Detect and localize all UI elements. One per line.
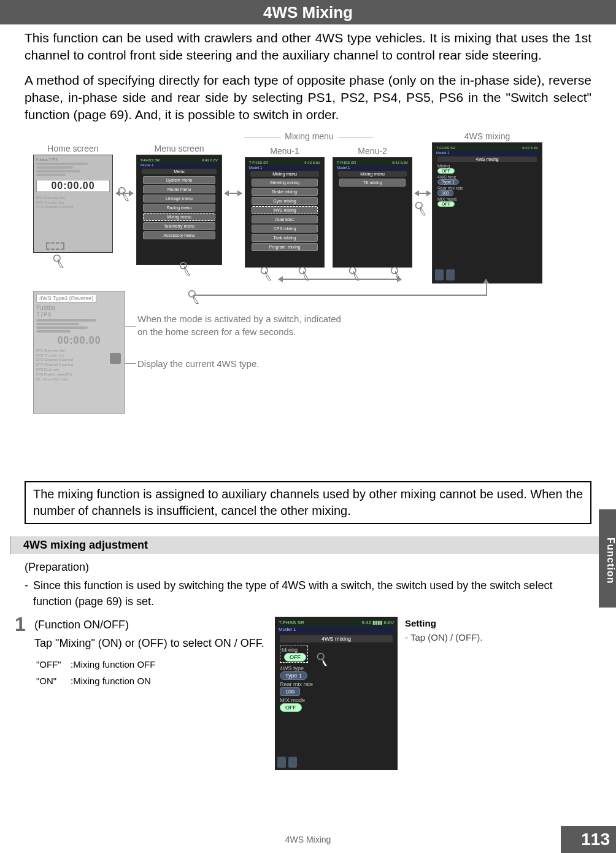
svg-point-4 (299, 267, 306, 274)
wheels-icon (288, 757, 297, 768)
4ws-type-value[interactable]: Type 1 (437, 179, 459, 185)
mix-mode-toggle[interactable]: OFF (437, 201, 455, 207)
wheels-icon (435, 269, 444, 280)
mix-item-4ws[interactable]: 4WS mixing (252, 206, 318, 214)
tap-pointer-icon (178, 260, 195, 277)
mixing-toggle[interactable]: OFF (284, 653, 306, 662)
mixing-menu-group-label: Mixing menu (217, 131, 401, 141)
indicator-caption: When the mode is activated by a switch, … (137, 312, 555, 338)
mix-item-brake[interactable]: Brake mixing (252, 188, 318, 196)
page-number: 113 (581, 830, 610, 849)
intro-block: This function can be used with crawlers … (0, 29, 616, 124)
svg-point-3 (261, 267, 268, 274)
svg-point-5 (350, 267, 356, 274)
mix-item-tank[interactable]: Tank mixing (252, 234, 318, 242)
wheels-icon (277, 757, 286, 768)
rear-mix-rate-value[interactable]: 100 (437, 190, 453, 196)
footer-title: 4WS Mixing (0, 835, 616, 844)
navigation-diagram: Mixing menu Home screen Futaba T7PX 00:0… (33, 131, 604, 475)
menu-item-accessory[interactable]: Accessory menu (143, 231, 215, 239)
section-header-adjustment: 4WS mixing adjustment (10, 536, 599, 554)
mix-item-gyro[interactable]: Gyro mixing (252, 197, 318, 205)
side-tab-function: Function (599, 509, 616, 608)
mix-item-tilt[interactable]: Tilt mixing (339, 179, 406, 187)
menu-item-linkage[interactable]: Linkage menu (143, 195, 215, 203)
preparation-label: (Preparation) (25, 559, 591, 575)
tap-pointer-icon (52, 253, 69, 270)
tap-pointer-icon (259, 265, 276, 282)
mix-mode-toggle[interactable]: OFF (280, 703, 302, 712)
step-body: Tap "Mixing" (ON) or (OFF) to select ON … (34, 635, 268, 651)
svg-point-6 (391, 267, 398, 274)
svg-point-0 (54, 255, 61, 261)
indicator-sub-caption: Display the current 4WS type. (137, 358, 259, 369)
menu-item-racing[interactable]: Racing menu (143, 204, 215, 212)
home-screen-label: Home screen (33, 144, 113, 153)
4ws-type-value[interactable]: Type 1 (280, 671, 307, 680)
note-box: The mixing function is assigned to auxil… (25, 481, 591, 524)
svg-point-2 (180, 262, 187, 269)
on-off-legend: "OFF":Mixing function OFF "ON":Mixing fu… (34, 656, 157, 690)
mix-item-program[interactable]: Program. mixing (252, 243, 318, 251)
tap-pointer-icon (117, 185, 134, 203)
menu-screen-label: Menu screen (136, 144, 222, 153)
4ws-mixing-label: 4WS mixing (432, 131, 542, 141)
wheels-icon (446, 269, 455, 280)
step-4ws-screen: T-FHSS SR9:42 ▮▮▮▮ 6.6V Model 1 4WS mixi… (275, 617, 398, 770)
menu-item-model[interactable]: Model menu (143, 185, 215, 193)
menu2-label: Menu-2 (333, 146, 412, 156)
menu-item-telemetry[interactable]: Telemetry menu (143, 222, 215, 230)
page-title: 4WS Mixing (0, 0, 616, 25)
menu-item-system[interactable]: System menu (143, 176, 215, 184)
home-indicator-thumb: 4WS Type2 (Reverse) FutabaT7PX 00:00.00 … (33, 291, 125, 414)
svg-point-7 (416, 202, 423, 209)
svg-point-1 (119, 187, 126, 194)
intro-paragraph-2: A method of specifying directly for each… (25, 72, 591, 124)
4ws-type-popup: 4WS Type2 (Reverse) (36, 294, 96, 303)
step-number: 1 (15, 613, 26, 636)
mix-item-steering[interactable]: Steering mixing (252, 179, 318, 187)
rear-mix-rate-value[interactable]: 100 (280, 687, 300, 696)
preparation-text: Since this function is used by switching… (33, 577, 591, 609)
intro-paragraph-1: This function can be used with crawlers … (25, 29, 591, 64)
menu1-label: Menu-1 (245, 146, 325, 156)
mix-item-dualesc[interactable]: Dual ESC (252, 215, 318, 223)
menu-item-mixing[interactable]: Mixing menu (143, 213, 215, 221)
preparation-block: (Preparation) - Since this function is u… (0, 559, 616, 609)
mixing-toggle[interactable]: OFF (437, 168, 455, 174)
home-clock: 00:00.00 (36, 180, 110, 192)
mix-item-cps[interactable]: CPS mixing (252, 225, 318, 233)
tap-pointer-icon (187, 288, 204, 306)
step-title: (Function ON/OFF) (34, 617, 268, 633)
svg-point-8 (189, 290, 196, 297)
switch-icon (110, 353, 121, 364)
setting-heading: Setting (405, 618, 436, 628)
tap-pointer-icon (414, 200, 431, 217)
svg-point-9 (318, 654, 325, 660)
setting-instruction: - Tap (ON) / (OFF). (405, 632, 482, 643)
tap-pointer-icon (315, 651, 333, 668)
